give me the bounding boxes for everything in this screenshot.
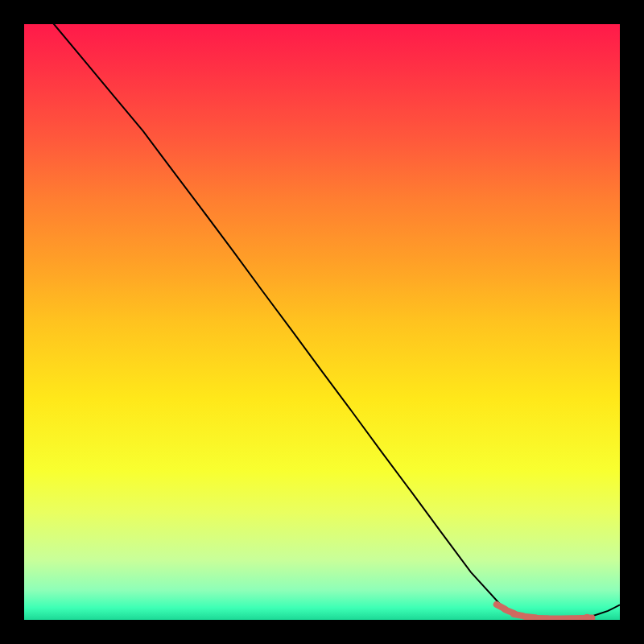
app-frame: TheBottleneck.com [0,0,644,644]
plot-background-gradient [24,24,620,620]
